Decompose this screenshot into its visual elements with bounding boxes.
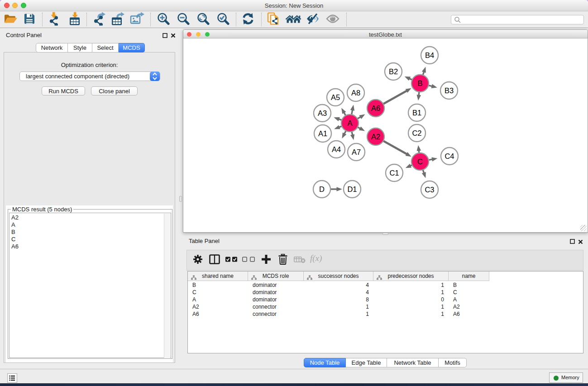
svg-text:B4: B4 xyxy=(425,51,434,59)
svg-text:B1: B1 xyxy=(412,109,421,117)
svg-text:B2: B2 xyxy=(389,67,398,76)
svg-text:D: D xyxy=(319,185,325,193)
svg-text:C3: C3 xyxy=(425,186,434,194)
svg-text:A7: A7 xyxy=(352,148,361,156)
svg-text:A6: A6 xyxy=(371,104,380,112)
svg-text:A2: A2 xyxy=(371,133,380,141)
svg-text:B: B xyxy=(417,79,422,87)
svg-text:A3: A3 xyxy=(318,109,327,117)
svg-text:C1: C1 xyxy=(389,169,399,177)
svg-text:A5: A5 xyxy=(331,93,340,101)
svg-text:A: A xyxy=(347,119,352,127)
svg-text:A4: A4 xyxy=(332,145,341,153)
svg-text:C4: C4 xyxy=(445,152,454,160)
svg-text:A8: A8 xyxy=(351,89,360,97)
svg-text:C: C xyxy=(417,157,423,166)
svg-text:C2: C2 xyxy=(412,129,421,137)
svg-text:A1: A1 xyxy=(318,129,327,138)
svg-text:D1: D1 xyxy=(347,185,357,193)
svg-text:B3: B3 xyxy=(445,86,454,95)
